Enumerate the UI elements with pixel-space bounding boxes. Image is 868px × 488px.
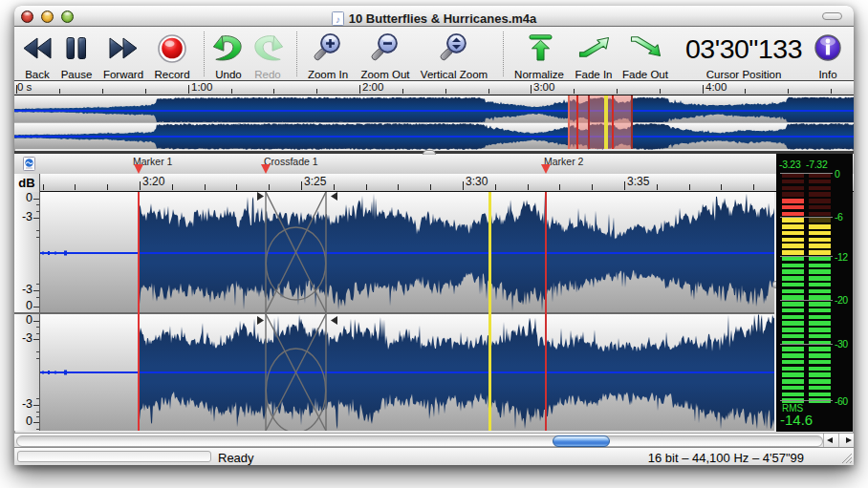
svg-text:♪: ♪ xyxy=(336,14,340,25)
